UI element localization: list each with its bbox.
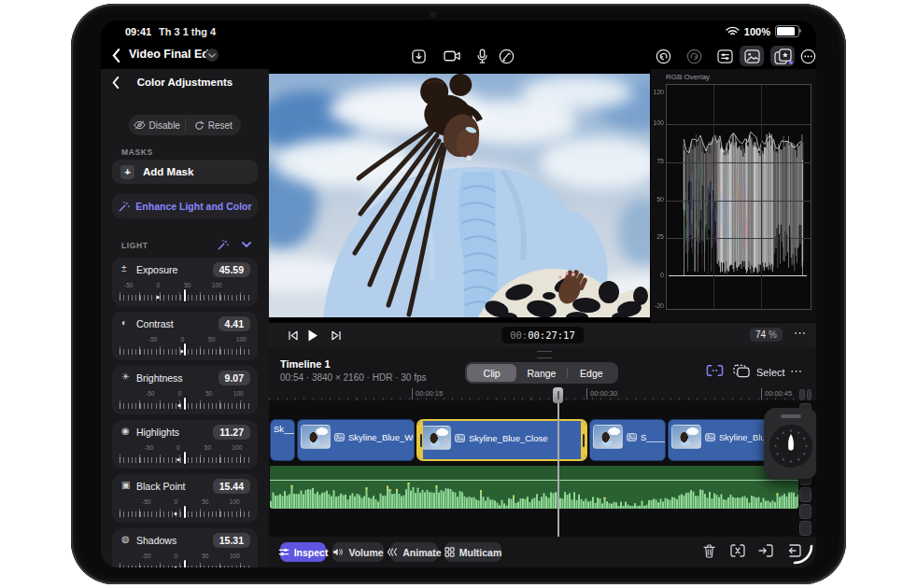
clip-trim-handle-right[interactable] — [581, 421, 585, 459]
add-mask-button[interactable]: + Add Mask — [112, 160, 258, 184]
slider-value[interactable]: 4.41 — [219, 316, 250, 331]
sliders-icon — [278, 547, 289, 557]
timeline-clip[interactable]: Skyline_Blue_Close — [416, 419, 587, 461]
jog-dial[interactable] — [769, 425, 812, 468]
tool-multicam-button[interactable]: Multicam — [444, 542, 501, 562]
jog-drag-handle[interactable] — [781, 414, 801, 418]
light-wand-icon[interactable] — [217, 239, 229, 251]
project-title[interactable]: Video Final Edit — [129, 48, 217, 61]
tool-inspect-button[interactable]: Inspect — [280, 542, 326, 562]
trim-tool-icon[interactable] — [706, 364, 724, 377]
slider-card-shadows[interactable]: ◍Shadows15.31-50050100 — [112, 528, 258, 567]
black-point-icon: ▣ — [121, 480, 130, 490]
skip-back-icon[interactable] — [288, 329, 299, 342]
light-section-header[interactable]: LIGHT — [101, 238, 269, 253]
playhead-handle[interactable] — [553, 387, 563, 403]
slider-value[interactable]: 9.07 — [219, 371, 250, 385]
slider-value[interactable]: 45.59 — [213, 262, 250, 277]
slider-handle[interactable] — [184, 289, 186, 301]
effects-icon[interactable] — [770, 46, 795, 66]
split-clip-icon[interactable] — [730, 544, 745, 557]
light-sliders-list: ±Exposure45.59-50050100◐Contrast4.41-500… — [112, 258, 258, 567]
effects-badge-dot — [789, 61, 793, 64]
play-icon[interactable] — [307, 329, 318, 343]
timeline-ruler[interactable]: 00:00:1500:00:3000:00:45 — [269, 387, 798, 400]
slider-ruler[interactable]: -50050100 — [120, 553, 250, 567]
slider-ruler[interactable]: -50050100 — [120, 390, 250, 411]
slider-card-contrast[interactable]: ◐Contrast4.41-50050100 — [112, 312, 258, 360]
scope-gridline-v — [761, 85, 762, 309]
clip-trim-handle-left[interactable] — [418, 421, 423, 459]
tool-label: Multicam — [459, 547, 502, 558]
clip-label: Sk______ — [274, 424, 295, 434]
select-button[interactable]: Select — [756, 367, 785, 378]
ruler-tick-label: -50 — [148, 336, 157, 343]
skip-forward-icon[interactable] — [331, 329, 342, 342]
timeline-tracks: Sk______Skyline_Blue_WideSkyline_Blue_Cl… — [269, 400, 816, 537]
slider-card-exposure[interactable]: ±Exposure45.59-50050100 — [112, 258, 258, 306]
slider-value[interactable]: 11.27 — [213, 425, 250, 440]
adjustments-panel-icon[interactable] — [712, 46, 737, 66]
panel-resize-grip[interactable] — [537, 351, 552, 358]
mode-clip[interactable]: Clip — [467, 364, 516, 382]
tool-animate-button[interactable]: Animate — [390, 542, 438, 562]
light-collapse-chevron-icon[interactable] — [242, 242, 251, 247]
enhance-light-color-button[interactable]: Enhance Light and Color — [112, 194, 258, 218]
clip-overlap-icon[interactable] — [733, 364, 751, 378]
scope-y-tick: -20 — [652, 302, 664, 309]
slider-handle[interactable] — [184, 343, 186, 356]
scrollbar-segment[interactable] — [799, 487, 811, 502]
slider-ruler[interactable]: -50050100 — [120, 336, 250, 357]
ruler-tick-label: 0 — [176, 444, 180, 451]
more-options-icon[interactable] — [796, 46, 816, 66]
status-bar: 09:41 Th 3 1 thg 4 100% — [101, 21, 816, 43]
camera-icon[interactable] — [440, 46, 464, 66]
ruler-tick-label: 100 — [233, 390, 244, 397]
slider-label: Shadows — [136, 535, 176, 546]
timeline-clip[interactable]: S______ — [589, 419, 666, 461]
redo-icon[interactable] — [682, 46, 706, 66]
jog-wheel[interactable] — [764, 408, 816, 479]
tool-volume-button[interactable]: Volume — [332, 542, 384, 562]
clip-label: Skyline_Blue_Wide — [348, 432, 415, 442]
scrollbar-segment[interactable] — [799, 504, 811, 519]
slider-card-black-point[interactable]: ▣Black Point15.44-50050100 — [112, 474, 258, 523]
clock: 09:41 — [125, 26, 151, 37]
transport-bar: 00:00:27:17 74% ⋯ — [269, 322, 816, 349]
disable-button[interactable]: Disable — [129, 115, 185, 135]
back-chevron-icon[interactable] — [112, 49, 121, 63]
slider-ruler[interactable]: -50050100 — [120, 444, 250, 465]
trash-icon[interactable] — [703, 544, 715, 558]
undo-icon[interactable] — [651, 46, 675, 66]
viewer-more-icon[interactable]: ⋯ — [794, 326, 807, 340]
microphone-icon[interactable] — [470, 46, 494, 66]
timeline-clip[interactable]: Sk______ — [270, 419, 295, 461]
slider-handle[interactable] — [184, 506, 186, 518]
scope-y-tick: 75 — [652, 158, 664, 164]
slider-card-brightness[interactable]: ☀Brightness9.07-50050100 — [112, 366, 258, 414]
slider-value[interactable]: 15.31 — [213, 533, 250, 548]
media-browser-icon[interactable] — [740, 46, 764, 66]
title-chevron-down-icon[interactable] — [205, 49, 219, 62]
slider-handle[interactable] — [184, 560, 186, 567]
mode-range[interactable]: Range — [516, 364, 566, 382]
slider-handle[interactable] — [184, 398, 186, 410]
insert-clip-icon[interactable] — [758, 544, 773, 557]
mode-edge[interactable]: Edge — [567, 364, 616, 382]
slider-ruler[interactable]: -50050100 — [120, 498, 250, 519]
slider-handle[interactable] — [184, 452, 186, 464]
slider-ruler[interactable]: -50050100 — [120, 282, 250, 302]
pencil-tool-icon[interactable] — [494, 46, 518, 66]
zoom-level[interactable]: 74% — [750, 328, 783, 342]
timeline-clip[interactable]: Skyline_Blue_Wide — [297, 419, 415, 461]
slider-card-highlights[interactable]: ◉Highlights11.27-50050100 — [112, 420, 258, 469]
audio-clip[interactable] — [270, 466, 798, 509]
reset-button[interactable]: Reset — [186, 115, 242, 135]
slider-value[interactable]: 15.44 — [213, 479, 250, 494]
edit-mode-segmented-control: ClipRangeEdge — [465, 362, 618, 384]
import-icon[interactable] — [406, 46, 430, 66]
video-preview[interactable] — [269, 69, 650, 322]
scrollbar-segment[interactable] — [799, 521, 811, 536]
timeline-more-icon[interactable]: ⋯ — [790, 364, 803, 378]
audio-volume-line[interactable] — [270, 480, 798, 481]
